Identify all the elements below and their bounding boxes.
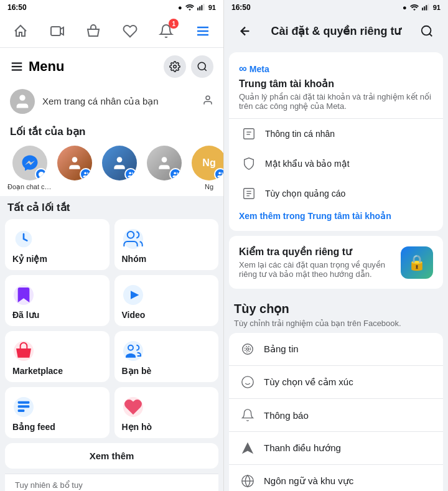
grid-item-feed[interactable]: Bảng feed: [5, 387, 110, 438]
svg-point-16: [206, 96, 210, 100]
svg-point-48: [246, 348, 249, 350]
shortcut-item[interactable]: [52, 146, 97, 191]
settings-item-notifications[interactable]: Thông báo: [229, 399, 443, 432]
shortcut-avatar: [102, 146, 137, 180]
nav-heart[interactable]: [119, 20, 141, 42]
status-bar-right: 16:50 ● 91: [224, 0, 448, 15]
shield-icon: [239, 154, 259, 174]
svg-rect-40: [426, 5, 427, 10]
account-center-link[interactable]: Xem thêm trong Trung tâm tài khoản: [239, 211, 433, 221]
svg-rect-39: [424, 6, 425, 10]
see-more-button[interactable]: Xem thêm: [5, 443, 218, 469]
saved-icon: [12, 284, 35, 306]
profile-row[interactable]: Xem trang cá nhân của bạn: [0, 83, 223, 120]
ads-prefs-item[interactable]: Tùy chọn quảng cáo: [239, 179, 433, 208]
svg-point-12: [174, 65, 177, 68]
nav-store[interactable]: [82, 20, 105, 42]
personal-info-item[interactable]: Thông tin cá nhân: [239, 119, 433, 149]
shortcut-item[interactable]: Ng Ng: [187, 146, 223, 191]
grid-item-friends[interactable]: Bạn bè: [114, 331, 219, 382]
svg-point-13: [198, 62, 205, 70]
svg-rect-4: [51, 27, 60, 35]
svg-point-20: [129, 172, 131, 174]
settings-header-title: Cài đặt & quyền riêng tư: [264, 24, 408, 38]
grid-section: Tất cả lối tắt Kỷ niệm Nhóm: [0, 196, 223, 491]
grid-item-dating[interactable]: Hẹn hò: [114, 387, 219, 438]
shortcut-item[interactable]: [142, 146, 187, 191]
options-heading: Tùy chọn: [224, 294, 448, 319]
grid-item-marketplace[interactable]: Marketplace: [5, 331, 110, 382]
nav-bell[interactable]: 1: [155, 20, 177, 42]
svg-line-43: [429, 34, 432, 36]
news-feed-text: Bảng tin: [264, 344, 299, 355]
grid-item-groups[interactable]: Nhóm: [114, 219, 219, 270]
shortcut-item[interactable]: Đoạn chat chung: [7, 146, 52, 191]
meta-text: Meta: [250, 64, 269, 74]
search-button-left[interactable]: [191, 55, 213, 78]
right-header: Cài đặt & quyền riêng tư: [224, 15, 448, 47]
svg-point-42: [422, 26, 431, 35]
avatar: [10, 89, 35, 114]
grid-row-3: Marketplace Bạn bè: [5, 331, 218, 382]
shortcut-badge: [214, 168, 223, 180]
svg-line-14: [204, 68, 206, 70]
settings-button[interactable]: [164, 55, 186, 78]
menu-title-text: Menu: [29, 58, 64, 75]
meta-logo: ∞ Meta: [239, 62, 433, 75]
settings-item-navigation[interactable]: Thanh điều hướng: [229, 432, 443, 465]
all-shortcuts-title: Tất cả lối tắt: [5, 199, 218, 219]
grid-item-video[interactable]: Video: [114, 275, 219, 326]
memories-icon: [12, 228, 35, 250]
shortcut-item[interactable]: [97, 146, 142, 191]
svg-point-21: [162, 157, 167, 162]
signal-icon-right: [422, 3, 431, 12]
personal-info-icon: [239, 124, 259, 144]
account-center-card: ∞ Meta Trung tâm tài khoản Quản lý phần …: [229, 52, 443, 231]
battery-icon: 91: [208, 4, 216, 11]
settings-item-language[interactable]: Ngôn ngữ và khu vực: [229, 465, 443, 491]
ads-icon: [239, 184, 259, 203]
bell-badge: 1: [169, 19, 179, 29]
svg-rect-1: [199, 6, 200, 10]
svg-point-31: [123, 341, 143, 361]
status-icons-left: ● 91: [178, 3, 216, 12]
back-button[interactable]: [234, 20, 256, 42]
battery-icon-right: 91: [433, 4, 441, 11]
shortcut-avatar: [12, 146, 47, 180]
grid-item-memories[interactable]: Kỷ niệm: [5, 219, 110, 270]
privacy-check-card[interactable]: Kiểm tra quyền riêng tư Xem lại các cài …: [229, 236, 443, 289]
more-section: Tuy nhiên & bổ tuy: [5, 474, 218, 491]
nav-home[interactable]: [9, 20, 32, 42]
saved-label: Đã lưu: [12, 310, 102, 320]
grid-item-saved[interactable]: Đã lưu: [5, 275, 110, 326]
menu-title-container: Menu: [10, 58, 64, 75]
more-text: Tuy nhiên & bổ tuy: [15, 480, 83, 490]
right-panel: 16:50 ● 91 Cài đặt & quyền riêng tư ∞ Me: [224, 0, 448, 491]
signal-icon: [197, 3, 206, 12]
svg-point-22: [174, 172, 176, 174]
svg-point-19: [117, 157, 123, 162]
privacy-check-title: Kiểm tra quyền riêng tư: [239, 246, 401, 258]
svg-point-23: [218, 172, 221, 174]
privacy-check-text: Kiểm tra quyền riêng tư Xem lại các cài …: [239, 246, 401, 279]
svg-point-51: [242, 376, 253, 388]
shortcuts-section-title: Lối tắt của bạn: [0, 120, 223, 141]
nav-video[interactable]: [46, 20, 68, 42]
navigation-text: Thanh điều hướng: [264, 442, 341, 454]
menu-header: Menu: [0, 48, 223, 83]
svg-rect-35: [18, 405, 30, 408]
password-security-item[interactable]: Mật khẩu và bảo mật: [239, 149, 433, 179]
shortcut-badge: [124, 168, 137, 180]
svg-point-18: [84, 172, 86, 174]
shortcut-badge: [35, 168, 47, 180]
nav-menu[interactable]: [192, 20, 214, 42]
navigation-icon: [239, 439, 256, 457]
settings-item-news-feed[interactable]: Bảng tin: [229, 333, 443, 366]
marketplace-icon: [12, 340, 35, 362]
notifications-icon: [239, 406, 256, 424]
left-panel: 16:50 ● 91 1: [0, 0, 224, 491]
time-right: 16:50: [231, 3, 251, 12]
search-button-right[interactable]: [416, 20, 438, 42]
video-icon: [122, 284, 144, 306]
settings-item-reactions[interactable]: Tùy chọn về cảm xúc: [229, 366, 443, 399]
